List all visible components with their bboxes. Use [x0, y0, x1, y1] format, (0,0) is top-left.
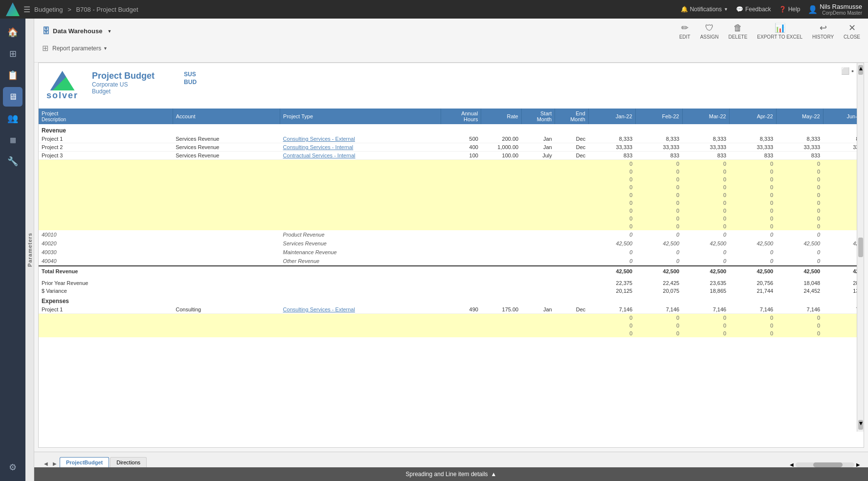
- e-mar[interactable]: 0: [682, 199, 729, 207]
- e-rate[interactable]: [481, 329, 521, 337]
- e-feb[interactable]: 0: [635, 199, 682, 207]
- e-may[interactable]: 0: [776, 175, 823, 183]
- tab-project-budget[interactable]: ProjectBudget: [60, 457, 109, 467]
- e-feb[interactable]: 0: [635, 329, 682, 337]
- e-end[interactable]: [555, 199, 589, 207]
- e-project[interactable]: [39, 183, 173, 191]
- e-feb[interactable]: 0: [635, 168, 682, 175]
- data-warehouse-button[interactable]: 🗄 Data Warehouse ▼: [42, 27, 111, 36]
- e-rate[interactable]: [481, 199, 521, 207]
- e-hours[interactable]: [441, 160, 481, 168]
- e-project[interactable]: [39, 175, 173, 183]
- e-end[interactable]: [555, 183, 589, 191]
- sidebar-item-reports[interactable]: 📋: [3, 66, 22, 85]
- e-mar[interactable]: 0: [682, 207, 729, 215]
- table-row[interactable]: 00000: [39, 199, 864, 207]
- e-jan[interactable]: 0: [588, 207, 635, 215]
- e-may[interactable]: 0: [776, 199, 823, 207]
- e-jan[interactable]: 0: [588, 183, 635, 191]
- e-may[interactable]: 0: [776, 191, 823, 199]
- e-account[interactable]: [173, 207, 280, 215]
- report-params-button[interactable]: Report parameters ▼: [52, 45, 108, 52]
- e-feb[interactable]: 0: [635, 314, 682, 322]
- e-jan[interactable]: 0: [588, 199, 635, 207]
- e-rate[interactable]: [481, 175, 521, 183]
- edit-button[interactable]: ✏ EDIT: [679, 22, 690, 40]
- e-apr[interactable]: 0: [729, 222, 776, 230]
- e-hours[interactable]: [441, 314, 481, 322]
- e-hours[interactable]: [441, 168, 481, 175]
- e-start[interactable]: [521, 215, 555, 222]
- e-type[interactable]: [280, 191, 441, 199]
- e-type[interactable]: [280, 183, 441, 191]
- delete-button[interactable]: 🗑 DELETE: [728, 23, 747, 40]
- e-end[interactable]: [555, 168, 589, 175]
- e-rate[interactable]: [481, 160, 521, 168]
- e-type[interactable]: [280, 329, 441, 337]
- e-type[interactable]: [280, 207, 441, 215]
- e-end[interactable]: [555, 215, 589, 222]
- e-account[interactable]: [173, 191, 280, 199]
- sidebar-item-budget[interactable]: 🖥: [3, 87, 22, 107]
- e-hours[interactable]: [441, 207, 481, 215]
- e-project[interactable]: [39, 160, 173, 168]
- e-start[interactable]: [521, 168, 555, 175]
- e-jan[interactable]: 0: [588, 160, 635, 168]
- e-mar[interactable]: 0: [682, 183, 729, 191]
- e-hours[interactable]: [441, 215, 481, 222]
- e-apr[interactable]: 0: [729, 207, 776, 215]
- e-account[interactable]: [173, 183, 280, 191]
- e-feb[interactable]: 0: [635, 215, 682, 222]
- e-feb[interactable]: 0: [635, 207, 682, 215]
- e-type[interactable]: [280, 168, 441, 175]
- table-row[interactable]: 00000: [39, 207, 864, 215]
- scroll-up-button[interactable]: ▲: [858, 65, 863, 75]
- e-mar[interactable]: 0: [682, 322, 729, 329]
- e-hours[interactable]: [441, 222, 481, 230]
- e-type[interactable]: [280, 322, 441, 329]
- export-button[interactable]: 📊 EXPORT TO EXCEL: [757, 22, 802, 40]
- table-row[interactable]: 00000: [39, 215, 864, 222]
- e-may[interactable]: 0: [776, 183, 823, 191]
- e-account[interactable]: [173, 314, 280, 322]
- e-feb[interactable]: 0: [635, 160, 682, 168]
- e-type[interactable]: [280, 222, 441, 230]
- e-jan[interactable]: 0: [588, 329, 635, 337]
- e-project[interactable]: [39, 168, 173, 175]
- e-start[interactable]: [521, 222, 555, 230]
- e-may[interactable]: 0: [776, 222, 823, 230]
- e-apr[interactable]: 0: [729, 329, 776, 337]
- e-account[interactable]: [173, 329, 280, 337]
- e-feb[interactable]: 0: [635, 175, 682, 183]
- hamburger-icon[interactable]: ☰: [23, 5, 30, 14]
- e-mar[interactable]: 0: [682, 168, 729, 175]
- e-type[interactable]: [280, 160, 441, 168]
- e-end[interactable]: [555, 329, 589, 337]
- e-rate[interactable]: [481, 222, 521, 230]
- e-start[interactable]: [521, 207, 555, 215]
- tab-nav-left[interactable]: ◀: [42, 460, 50, 467]
- e-start[interactable]: [521, 175, 555, 183]
- e-hours[interactable]: [441, 329, 481, 337]
- sidebar-item-blocks[interactable]: ▦: [3, 130, 22, 150]
- e-project[interactable]: [39, 207, 173, 215]
- table-row[interactable]: 00000: [39, 168, 864, 175]
- e-start[interactable]: [521, 322, 555, 329]
- e-project[interactable]: [39, 329, 173, 337]
- e-hours[interactable]: [441, 322, 481, 329]
- scroll-down-button[interactable]: ▼: [858, 420, 863, 430]
- e-end[interactable]: [555, 314, 589, 322]
- table-row[interactable]: 00000: [39, 322, 864, 329]
- table-row[interactable]: 00000: [39, 191, 864, 199]
- e-hours[interactable]: [441, 199, 481, 207]
- e-apr[interactable]: 0: [729, 168, 776, 175]
- e-rate[interactable]: [481, 191, 521, 199]
- shrink-icon[interactable]: ▪: [851, 67, 854, 75]
- e-start[interactable]: [521, 314, 555, 322]
- e-feb[interactable]: 0: [635, 322, 682, 329]
- e-account[interactable]: [173, 199, 280, 207]
- tab-nav-right[interactable]: ▶: [51, 460, 59, 467]
- e-project[interactable]: [39, 199, 173, 207]
- table-row[interactable]: 00000: [39, 160, 864, 168]
- e-apr[interactable]: 0: [729, 191, 776, 199]
